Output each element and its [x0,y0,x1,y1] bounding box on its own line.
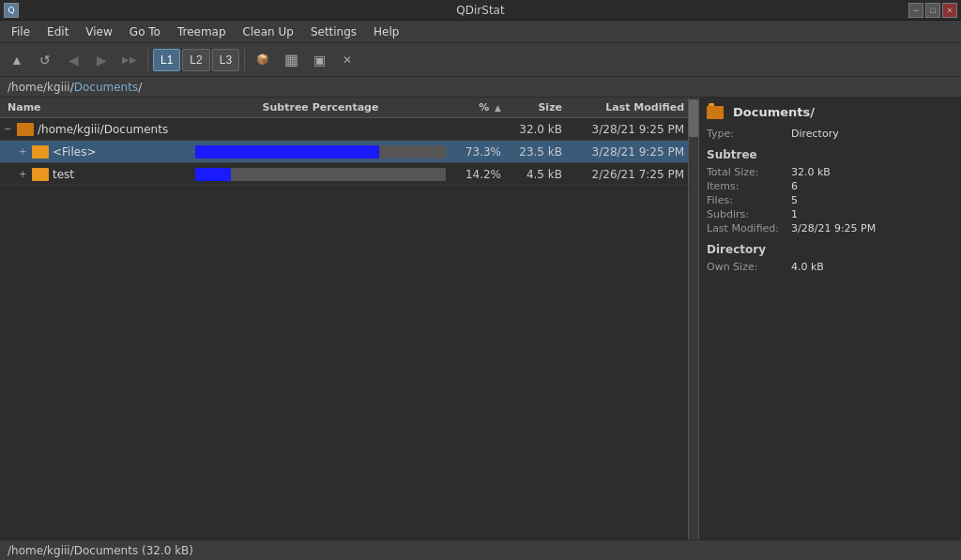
details-directory-section: Directory Own Size: 4.0 kB [707,243,953,274]
window-controls: − □ × [908,3,957,18]
level1-button[interactable]: L1 [153,49,180,71]
col-modified-header[interactable]: Last Modified [566,101,688,114]
details-subtree-table: Total Size: 32.0 kB Items: 6 Files: 5 Su… [707,165,953,235]
bar-fill-1 [195,145,379,159]
details-subdirs-row: Subdirs: 1 [707,207,953,221]
col-pct-header[interactable]: % ▲ [453,101,505,114]
details-subtree-section: Subtree Total Size: 32.0 kB Items: 6 Fil… [707,148,953,235]
filetree-rows: − /home/kgiii/Documents 32.0 kB 3/28/21 … [0,118,688,539]
row-name-0: − /home/kgiii/Documents [0,123,188,136]
level2-button[interactable]: L2 [182,49,209,71]
col-name-header[interactable]: Name [0,101,188,114]
expand-2[interactable]: + [19,169,32,179]
filetree-header: Name Subtree Percentage % ▲ Size Last Mo… [0,98,688,118]
menu-cleanup[interactable]: Clean Up [236,23,301,40]
forward2-button[interactable]: ▶▶ [116,47,143,73]
menubar: File Edit View Go To Treemap Clean Up Se… [0,21,961,43]
details-type-section: Type: Directory [707,127,953,141]
details-folder-icon [707,106,724,119]
menu-help[interactable]: Help [366,23,406,40]
table-row[interactable]: − /home/kgiii/Documents 32.0 kB 3/28/21 … [0,118,688,141]
restore-button[interactable]: □ [925,3,940,18]
details-title: Documents/ [707,105,953,119]
close-button[interactable]: × [942,3,957,18]
filetree: Name Subtree Percentage % ▲ Size Last Mo… [0,98,689,539]
menu-view[interactable]: View [78,23,119,40]
level3-button[interactable]: L3 [212,49,239,71]
breadcrumb-suffix: / [138,81,142,94]
row-size-1: 23.5 kB [505,145,566,159]
row-subtree-2 [188,168,453,181]
breadcrumb: /home/kgiii/Documents/ [0,77,961,98]
menu-file[interactable]: File [4,23,38,40]
details-type-table: Type: Directory [707,127,953,141]
details-lastmod-row: Last Modified: 3/28/21 9:25 PM [707,221,953,235]
window-title: QDirStat [456,4,504,17]
bar-container-1 [195,145,446,159]
folder-icon-1 [32,145,49,159]
row-pct-1: 73.3% [453,145,505,159]
row-name-2: + test [0,168,188,181]
details-pane: Documents/ Type: Directory Subtree Total… [698,98,961,539]
bar-fill-2 [195,168,231,181]
expand-0[interactable]: − [4,124,17,134]
up-button[interactable]: ▲ [4,47,30,73]
scrollbar-thumb[interactable] [689,99,698,137]
details-totalsize-row: Total Size: 32.0 kB [707,165,953,179]
details-type-row: Type: Directory [707,127,953,141]
menu-settings[interactable]: Settings [303,23,364,40]
minimize-button[interactable]: − [908,3,923,18]
bar-container-2 [195,168,446,181]
forward-button[interactable]: ▶ [88,47,114,73]
row-modified-2: 2/26/21 7:25 PM [566,168,688,181]
row-size-0: 32.0 kB [505,123,566,136]
refresh-button[interactable]: ↺ [32,47,58,73]
sort-arrow: ▲ [495,103,501,113]
details-items-row: Items: 6 [707,179,953,193]
row-pct-2: 14.2% [453,168,505,181]
details-directory-table: Own Size: 4.0 kB [707,260,953,274]
package-button[interactable]: 📦 [250,47,276,73]
status-text: /home/kgiii/Documents (32.0 kB) [8,544,193,557]
main-area: Name Subtree Percentage % ▲ Size Last Mo… [0,98,961,539]
row-size-2: 4.5 kB [505,168,566,181]
cross-button[interactable]: ✕ [334,47,360,73]
row-name-1: + <Files> [0,145,188,159]
menu-goto[interactable]: Go To [122,23,168,40]
details-files-row: Files: 5 [707,193,953,207]
app-icon: Q [4,3,19,18]
menu-edit[interactable]: Edit [39,23,76,40]
back-button[interactable]: ◀ [60,47,86,73]
row-modified-1: 3/28/21 9:25 PM [566,145,688,159]
statusbar: /home/kgiii/Documents (32.0 kB) [0,539,961,560]
filetree-scrollbar[interactable] [689,98,698,539]
expand-1[interactable]: + [19,146,32,157]
col-subtree-header[interactable]: Subtree Percentage [188,101,453,114]
details-ownsize-row: Own Size: 4.0 kB [707,260,953,274]
col-size-header[interactable]: Size [505,101,566,114]
row-subtree-1 [188,145,453,159]
menu-treemap[interactable]: Treemap [170,23,234,40]
treemap-button[interactable]: ▦ [278,47,304,73]
table-row[interactable]: + test 14.2% 4.5 kB 2/26/21 7:25 PM [0,163,688,186]
toolbar-separator-1 [147,49,148,71]
table-row[interactable]: + <Files> 73.3% 23.5 kB 3/28/21 9:25 PM [0,141,688,163]
breadcrumb-link[interactable]: Documents [74,81,138,94]
screenshot-button[interactable]: ▣ [306,47,332,73]
row-modified-0: 3/28/21 9:25 PM [566,123,688,136]
toolbar-separator-2 [244,49,245,71]
toolbar: ▲ ↺ ◀ ▶ ▶▶ L1 L2 L3 📦 ▦ ▣ ✕ [0,43,961,77]
breadcrumb-path: /home/kgiii/ [8,81,74,94]
folder-icon-0 [17,123,34,136]
folder-icon-2 [32,168,49,181]
titlebar: Q QDirStat − □ × [0,0,961,21]
